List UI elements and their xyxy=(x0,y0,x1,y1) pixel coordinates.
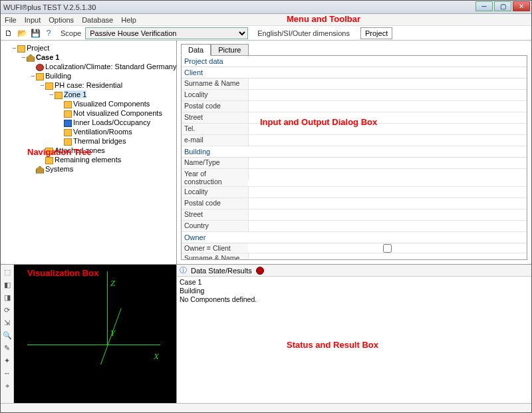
client-tel-input[interactable] xyxy=(248,124,527,134)
axis-x-label: X xyxy=(154,351,159,362)
titlebar: WUFI®plus TEST V.2.5.1.30 ─ ▢ ✕ xyxy=(1,1,531,14)
tree-item-climate[interactable]: Localization/Climate: Standard Germany xyxy=(30,62,175,71)
tree-item-zone[interactable]: −Zone 1 Visualized Components Not visual… xyxy=(49,90,175,146)
menu-options[interactable]: Options xyxy=(49,16,74,24)
tree-item-viscomp[interactable]: Visualized Components xyxy=(58,99,175,108)
viz-tool-icon[interactable]: ◧ xyxy=(3,280,12,289)
group-owner: Owner xyxy=(182,232,527,243)
open-icon[interactable]: 📂 xyxy=(17,28,27,39)
status-header: Data State/Results xyxy=(191,267,252,275)
building-street-input[interactable] xyxy=(248,209,527,220)
menubar: File Input Options Database Help xyxy=(1,14,531,26)
help-icon[interactable]: ? xyxy=(43,28,54,39)
axis-y-label: Y xyxy=(110,328,115,339)
new-icon[interactable]: 🗋 xyxy=(3,28,14,39)
group-client: Client xyxy=(182,67,527,78)
viz-tool-icon[interactable]: ◨ xyxy=(3,293,12,302)
tree-item-attached[interactable]: Attached zones xyxy=(39,146,175,155)
group-project-data: Project data xyxy=(182,56,527,67)
menu-input[interactable]: Input xyxy=(25,16,41,24)
viz-viewport[interactable]: X Y Z xyxy=(14,265,176,403)
content-grid: −Project −Case 1 Localization/Climate: S… xyxy=(1,41,531,403)
menu-file[interactable]: File xyxy=(5,16,17,24)
tree-item-phcase[interactable]: −PH case: Residential −Zone 1 Visualized… xyxy=(39,80,175,146)
owner-client-checkbox[interactable] xyxy=(383,244,392,253)
building-postal-input[interactable] xyxy=(248,198,527,209)
viz-tool-icon[interactable]: ⟳ xyxy=(3,305,12,315)
viz-toolbar: ⬚ ◧ ◨ ⟳ ⇲ 🔍 ✎ ✦ ↔ ⌖ xyxy=(1,265,14,403)
viz-tool-icon[interactable]: ⬚ xyxy=(3,267,12,277)
save-icon[interactable]: 💾 xyxy=(30,28,41,39)
tree-item-vent[interactable]: Ventilation/Rooms xyxy=(58,127,175,136)
building-locality-input[interactable] xyxy=(248,187,527,198)
window-title: WUFI®plus TEST V.2.5.1.30 xyxy=(3,3,96,11)
viz-tool-icon[interactable]: ⇲ xyxy=(3,318,12,327)
client-street-input[interactable] xyxy=(248,112,527,123)
dims-label[interactable]: English/SI/Outer dimensions xyxy=(257,29,350,37)
maximize-button[interactable]: ▢ xyxy=(494,1,511,11)
tree-item-loads[interactable]: Inner Loads/Occupancy xyxy=(58,118,175,127)
status-body: Case 1 Building No Components defined. xyxy=(177,277,531,305)
toolbar: 🗋 📂 💾 ? Scope Passive House Verification… xyxy=(1,26,531,41)
client-surname-input[interactable] xyxy=(248,78,527,89)
nav-tree-panel: −Project −Case 1 Localization/Climate: S… xyxy=(1,41,176,264)
client-email-input[interactable] xyxy=(248,135,527,146)
info-icon: ⓘ xyxy=(180,265,187,275)
group-building: Building xyxy=(182,146,527,158)
tree-item-remaining[interactable]: Remaining elements xyxy=(39,155,175,164)
viz-tool-icon[interactable]: 🔍 xyxy=(3,331,12,340)
tree-item-case[interactable]: −Case 1 Localization/Climate: Standard G… xyxy=(21,53,175,174)
form-body[interactable]: Project data Client Surname & Name Local… xyxy=(181,55,527,260)
close-button[interactable]: ✕ xyxy=(513,1,530,11)
minimize-button[interactable]: ─ xyxy=(475,1,493,11)
tab-picture[interactable]: Picture xyxy=(211,44,248,56)
axis-x xyxy=(27,344,160,345)
scope-select[interactable]: Passive House Verification xyxy=(85,27,248,39)
form-panel: Data Picture Project data Client Surname… xyxy=(177,41,531,264)
building-name-input[interactable] xyxy=(248,158,527,168)
stop-icon[interactable] xyxy=(256,267,264,275)
client-locality-input[interactable] xyxy=(248,90,527,100)
viz-tool-icon[interactable]: ✎ xyxy=(3,343,12,352)
menu-database[interactable]: Database xyxy=(82,16,113,24)
tab-data[interactable]: Data xyxy=(181,44,211,56)
project-tab[interactable]: Project xyxy=(360,27,392,39)
owner-surname-input[interactable] xyxy=(248,253,527,260)
viz-tool-icon[interactable]: ✦ xyxy=(3,356,12,365)
menu-help[interactable]: Help xyxy=(121,16,136,24)
tree-item-thermal[interactable]: Thermal bridges xyxy=(58,136,175,146)
scope-label: Scope xyxy=(61,29,81,37)
viz-panel: ⬚ ◧ ◨ ⟳ ⇲ 🔍 ✎ ✦ ↔ ⌖ X Y Z xyxy=(1,265,176,403)
building-year-input[interactable] xyxy=(248,169,527,180)
tree-item-notviscomp[interactable]: Not visualized Components xyxy=(58,108,175,118)
status-panel: ⓘ Data State/Results Case 1 Building No … xyxy=(177,265,531,403)
axis-z-label: Z xyxy=(110,278,115,289)
viz-tool-icon[interactable]: ⌖ xyxy=(3,381,12,390)
tree-item-systems[interactable]: Systems xyxy=(30,164,175,174)
tree-item-project[interactable]: −Project −Case 1 Localization/Climate: S… xyxy=(11,43,175,174)
client-postal-input[interactable] xyxy=(248,101,527,112)
viz-tool-icon[interactable]: ↔ xyxy=(3,368,12,378)
building-country-input[interactable] xyxy=(248,221,527,231)
tree-item-building[interactable]: −Building −PH case: Residential −Zone 1 … xyxy=(30,71,175,164)
axis-z xyxy=(107,271,108,344)
statusbar xyxy=(1,403,531,412)
